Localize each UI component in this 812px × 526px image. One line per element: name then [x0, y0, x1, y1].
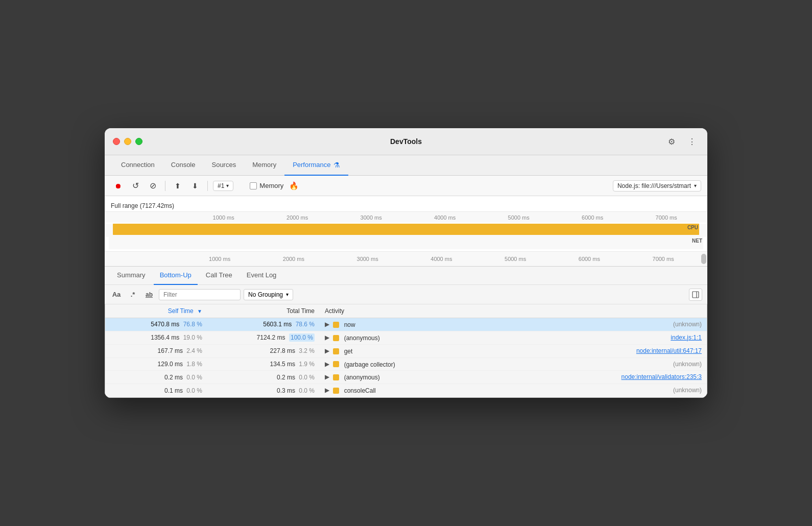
tick-1000: 1000 ms [186, 214, 260, 221]
tick-0 [113, 214, 187, 221]
regex-button[interactable]: .* [126, 289, 139, 301]
tab-event-log[interactable]: Event Log [241, 267, 283, 285]
chevron-down-icon: ▾ [286, 292, 289, 297]
data-table-container: Self Time ▼ Total Time Activity 5470.8 m… [105, 304, 707, 398]
expand-icon[interactable]: ▶ [325, 373, 329, 380]
table-row: 5470.8 ms 76.8 % 5603.1 ms 78.6 % ▶ now … [105, 318, 707, 331]
profile-selector[interactable]: #1 ▾ [213, 181, 233, 191]
activity-color-icon [333, 322, 339, 328]
match-case-button[interactable]: Aa [110, 289, 123, 301]
time-ruler-top: 1000 ms 2000 ms 3000 ms 4000 ms 5000 ms … [105, 211, 707, 223]
tab-sources[interactable]: Sources [203, 155, 244, 176]
self-time-cell: 129.0 ms 1.8 % [105, 357, 207, 371]
col-header-self-time[interactable]: Self Time ▼ [105, 304, 207, 318]
upload-button[interactable]: ⬆ [171, 179, 185, 193]
grouping-selector[interactable]: No Grouping ▾ [244, 289, 293, 300]
timeline-section: Full range (7127.42ms) 1000 ms 2000 ms 3… [105, 196, 707, 267]
toolbar-icons: ⚙ ⋮ [664, 134, 699, 149]
tab-memory[interactable]: Memory [244, 155, 284, 176]
cpu-bar-container[interactable]: CPU [105, 224, 707, 237]
minimize-button[interactable] [124, 138, 131, 145]
tab-console[interactable]: Console [163, 155, 204, 176]
table-row: 0.1 ms 0.0 % 0.3 ms 0.0 % ▶ consoleCall … [105, 384, 707, 397]
expand-icon[interactable]: ▶ [325, 334, 329, 341]
activity-color-icon [333, 361, 339, 367]
time-ruler-bottom: 1000 ms 2000 ms 3000 ms 4000 ms 5000 ms … [105, 251, 707, 267]
bottom-tabs: Summary Bottom-Up Call Tree Event Log [105, 267, 707, 285]
activity-color-icon [333, 335, 339, 341]
cpu-bar: CPU [113, 224, 699, 235]
total-time-cell: 134.5 ms 1.9 % [207, 357, 320, 371]
settings-icon[interactable]: ⚙ [664, 134, 679, 149]
net-bar-container: NET [109, 237, 703, 249]
expand-icon[interactable]: ▶ [325, 361, 329, 368]
more-icon[interactable]: ⋮ [685, 134, 699, 149]
activity-cell: ▶ (anonymous) index.js:1:1 [320, 331, 707, 344]
expand-icon[interactable]: ▶ [325, 387, 329, 394]
node-target-selector[interactable]: Node.js: file:///Users/stmart ▾ [613, 180, 701, 192]
btick-4000: 4000 ms [404, 256, 479, 262]
sidebar-toggle-button[interactable] [689, 289, 702, 301]
tick-6000: 6000 ms [556, 214, 630, 221]
table-body: 5470.8 ms 76.8 % 5603.1 ms 78.6 % ▶ now … [105, 318, 707, 397]
total-time-cell: 227.8 ms 3.2 % [207, 344, 320, 357]
traffic-lights [113, 138, 142, 145]
total-time-cell: 7124.2 ms 100.0 % [207, 331, 320, 344]
download-button[interactable]: ⬇ [188, 179, 202, 193]
tab-call-tree[interactable]: Call Tree [200, 267, 238, 285]
tab-bottom-up[interactable]: Bottom-Up [154, 267, 198, 285]
col-header-activity[interactable]: Activity [320, 304, 707, 318]
table-row: 0.2 ms 0.0 % 0.2 ms 0.0 % ▶ (anonymous) … [105, 371, 707, 384]
activity-cell: ▶ (anonymous) node:internal/validators:2… [320, 371, 707, 384]
chevron-down-icon: ▾ [226, 183, 229, 188]
checkbox-icon [250, 182, 257, 189]
btick-3000: 3000 ms [330, 256, 404, 262]
col-header-total-time[interactable]: Total Time [207, 304, 320, 318]
activity-color-icon [333, 374, 339, 380]
main-tabs: Connection Console Sources Memory Perfor… [105, 155, 707, 176]
btick-6000: 6000 ms [553, 256, 627, 262]
record-button[interactable]: ⏺ [111, 179, 125, 193]
clear-button[interactable]: ⊘ [146, 179, 160, 193]
sort-arrow-icon: ▼ [197, 308, 202, 314]
tick-5000: 5000 ms [482, 214, 556, 221]
table-row: 1356.4 ms 19.0 % 7124.2 ms 100.0 % ▶ (an… [105, 331, 707, 344]
svg-rect-0 [692, 292, 699, 298]
word-match-button[interactable]: ab [142, 289, 156, 301]
total-time-cell: 5603.1 ms 78.6 % [207, 318, 320, 331]
expand-icon[interactable]: ▶ [325, 347, 329, 354]
memory-checkbox[interactable]: Memory [250, 182, 283, 189]
tab-summary[interactable]: Summary [111, 267, 152, 285]
filter-row: Aa .* ab No Grouping ▾ [105, 285, 707, 304]
tick-7000: 7000 ms [629, 214, 703, 221]
performance-flask-icon: ⚗ [333, 161, 340, 169]
tab-connection[interactable]: Connection [113, 155, 163, 176]
total-time-cell: 0.2 ms 0.0 % [207, 371, 320, 384]
self-time-cell: 1356.4 ms 19.0 % [105, 331, 207, 344]
activity-cell: ▶ get node:internal/util:647:17 [320, 344, 707, 357]
memory-flame-icon[interactable]: 🔥 [286, 179, 301, 193]
range-label: Full range (7127.42ms) [105, 200, 707, 211]
close-button[interactable] [113, 138, 120, 145]
tab-performance[interactable]: Performance ⚗ [284, 155, 348, 176]
self-time-cell: 0.2 ms 0.0 % [105, 371, 207, 384]
cpu-label: CPU [687, 225, 698, 230]
devtools-window: DevTools ⚙ ⋮ Connection Console Sources … [105, 128, 707, 398]
toolbar: ⏺ ↺ ⊘ ⬆ ⬇ #1 ▾ Memory 🔥 Node.js: file://… [105, 176, 707, 196]
performance-table: Self Time ▼ Total Time Activity 5470.8 m… [105, 304, 707, 397]
table-header-row: Self Time ▼ Total Time Activity [105, 304, 707, 318]
tick-3000: 3000 ms [334, 214, 408, 221]
separator-2 [207, 181, 208, 191]
activity-cell: ▶ consoleCall (unknown) [320, 384, 707, 397]
maximize-button[interactable] [135, 138, 142, 145]
activity-color-icon [333, 388, 339, 394]
timeline-scrollbar[interactable] [701, 254, 706, 264]
tick-2000: 2000 ms [260, 214, 335, 221]
chevron-down-icon: ▾ [694, 183, 697, 188]
activity-cell: ▶ (garbage collector) (unknown) [320, 357, 707, 371]
expand-icon[interactable]: ▶ [325, 321, 329, 328]
table-row: 129.0 ms 1.8 % 134.5 ms 1.9 % ▶ (garbage… [105, 357, 707, 371]
filter-input[interactable] [159, 289, 241, 300]
reload-button[interactable]: ↺ [128, 179, 142, 193]
btick-2000: 2000 ms [257, 256, 331, 262]
